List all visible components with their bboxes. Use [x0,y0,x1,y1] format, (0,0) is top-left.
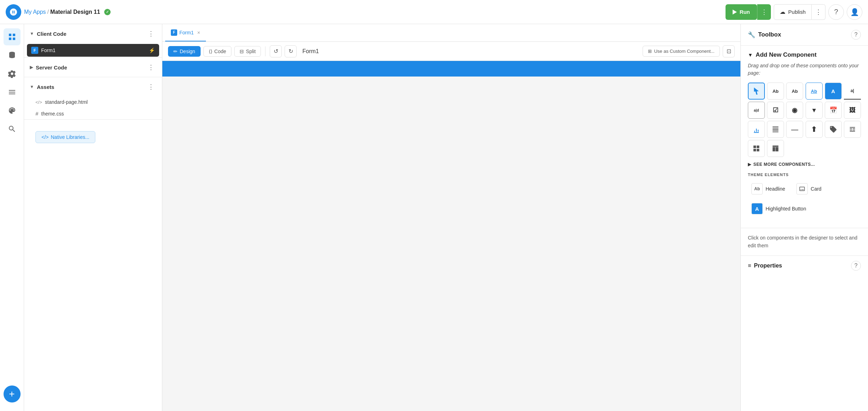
server-code-section: ▶ Server Code ⋮ [24,58,162,77]
component-grid-row2: a|d ☑ ◉ ▾ 📅 🖼 [748,102,861,119]
html-icon: </> [35,100,42,105]
properties-help-button[interactable]: ? [851,261,861,271]
add-component-section: ▼ Add New Component Drag and drop one of… [741,46,868,226]
publish-button[interactable]: ☁ Publish [774,4,812,20]
canvas-tabs: F Form1 × [162,24,740,42]
run-button[interactable]: Run [726,4,757,20]
custom-component-icon: ⊞ [648,49,652,54]
split-icon: ⊟ [240,49,244,54]
highlighted-button-icon: A [751,203,763,214]
theme-elements-title: THEME ELEMENTS [748,170,861,181]
assets-section: ▼ Assets ⋮ </> standard-page.html # them… [24,77,162,120]
breadcrumb-current: Material Design 11 [50,9,100,15]
columns-component[interactable] [844,121,861,138]
server-code-title: Server Code [36,64,67,71]
help-button[interactable]: ? [828,4,844,20]
datagrid-component[interactable] [767,121,784,138]
sidebar-item-grid[interactable] [4,28,21,45]
radio-component[interactable]: ◉ [786,102,803,119]
chevron-down-icon: ▼ [748,52,753,58]
custom-component-button[interactable]: ⊞ Use as Custom Component... [643,46,720,57]
user-button[interactable]: 👤 [847,4,862,20]
sidebar-item-database[interactable] [4,47,21,64]
sidebar-item-search[interactable] [4,120,21,137]
header: My Apps / Material Design 11 Run ⋮ ☁ Pub… [0,0,868,24]
toolbar-right: ⊞ Use as Custom Component... ⊡ [643,45,735,57]
link-component[interactable]: Ab [806,83,823,100]
dropdown-component[interactable]: ▾ [806,102,823,119]
highlighted-button-component[interactable]: A [825,83,842,100]
canvas-area: F Form1 × ✏ Design ⟨⟩ Code ⊟ Split ↺ ↻ F… [162,24,740,411]
redo-button[interactable]: ↻ [285,45,297,57]
form1-item[interactable]: F Form1 ⚡ [27,44,159,57]
native-libraries-container: </> Native Libraries... [24,120,162,154]
run-group: Run ⋮ [726,4,771,20]
header-right: Run ⋮ ☁ Publish ⋮ ? 👤 [726,4,862,20]
cloud-icon: ☁ [780,9,785,15]
add-button[interactable]: + [4,385,21,402]
card-element[interactable]: Card [793,181,825,197]
theme-css-item[interactable]: # theme.css [24,108,162,119]
native-libraries-button[interactable]: </> Native Libraries... [35,131,95,143]
assets-more[interactable]: ⋮ [146,82,156,91]
file-panel: ▼ Client Code ⋮ F Form1 ⚡ ▶ Server Code … [24,24,162,411]
input-small-component[interactable]: a|d [748,102,765,119]
client-code-header[interactable]: ▼ Client Code ⋮ [24,24,162,43]
publish-more-button[interactable]: ⋮ [812,4,825,20]
cursor-component[interactable] [748,83,765,100]
split-tab-btn[interactable]: ⊟ Split [234,46,261,57]
sidebar-item-settings[interactable] [4,65,21,82]
assets-chevron: ▼ [30,84,34,89]
form1-label: Form1 [41,47,55,53]
headline-element[interactable]: Ab Headline [748,181,789,197]
standard-page-item[interactable]: </> standard-page.html [24,96,162,108]
button-bold-component[interactable]: Ab [786,83,803,100]
svg-rect-1 [801,190,802,190]
design-tab-btn[interactable]: ✏ Design [168,46,201,57]
wrench-icon: 🔧 [748,31,755,39]
toolbox-header: 🔧 Toolbox ? [741,24,868,46]
assets-header[interactable]: ▼ Assets ⋮ [24,77,162,96]
canvas-content [162,61,740,411]
hr-component[interactable]: — [786,121,803,138]
undo-button[interactable]: ↺ [270,45,282,57]
tab-label: Form1 [179,30,194,35]
code-icon: </> [41,134,49,140]
sidebar-item-palette[interactable] [4,102,21,119]
split-view-button[interactable]: ⊡ [723,45,735,57]
grid-layout-component[interactable] [767,140,784,157]
highlighted-button-element[interactable]: A Highlighted Button [748,201,810,216]
breadcrumb-prefix[interactable]: My Apps [24,9,46,15]
tab-close-icon[interactable]: × [197,30,200,35]
toolbox-help-button[interactable]: ? [851,30,861,40]
form1-tab[interactable]: F Form1 × [165,24,206,41]
flow-component[interactable] [748,140,765,157]
upload-component[interactable]: ⬆ [806,121,823,138]
server-code-header[interactable]: ▶ Server Code ⋮ [24,58,162,77]
input-component[interactable]: a| [844,83,861,100]
component-grid-row3: — ⬆ [748,121,861,138]
server-code-more[interactable]: ⋮ [146,63,156,72]
checkbox-component[interactable]: ☑ [767,102,784,119]
highlighted-button-label: Highlighted Button [766,206,806,212]
client-code-section: ▼ Client Code ⋮ F Form1 ⚡ [24,24,162,58]
canvas-form-title: Form1 [302,48,319,55]
see-more-components[interactable]: ▶ SEE MORE COMPONENTS... [748,159,861,170]
label-component[interactable] [825,121,842,138]
button-component[interactable]: Ab [767,83,784,100]
code-tab-btn[interactable]: ⟨⟩ Code [203,46,231,57]
component-grid-row4 [748,140,861,157]
run-more-button[interactable]: ⋮ [757,4,771,20]
form-blue-bar [162,61,740,77]
properties-title: ≡ Properties [748,263,782,269]
css-icon: # [35,111,38,117]
datepicker-component[interactable]: 📅 [825,102,842,119]
svg-rect-2 [802,190,804,190]
image-component[interactable]: 🖼 [844,102,861,119]
client-code-chevron: ▼ [30,31,34,36]
client-code-more[interactable]: ⋮ [146,29,156,38]
sidebar-item-list[interactable] [4,84,21,101]
chart-component[interactable] [748,121,765,138]
header-left: My Apps / Material Design 11 [6,4,111,20]
icon-sidebar: + [0,24,24,411]
